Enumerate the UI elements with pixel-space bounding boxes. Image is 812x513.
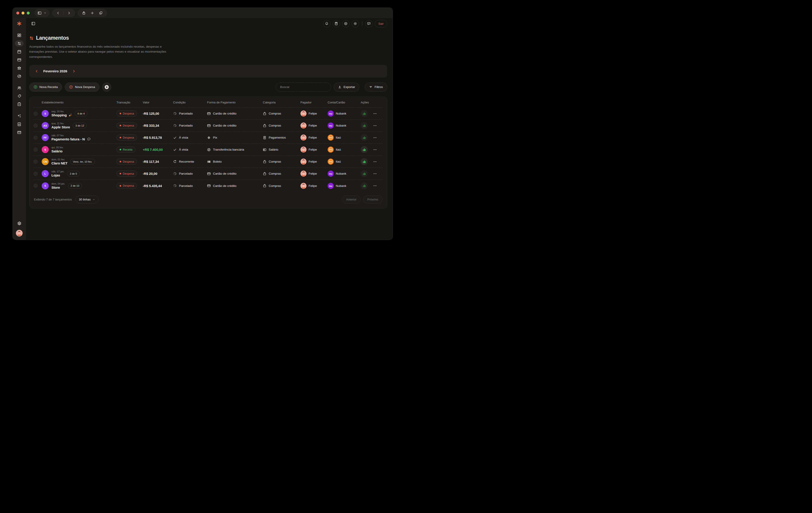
confirm-button[interactable] bbox=[361, 122, 368, 129]
confirm-button[interactable] bbox=[361, 158, 368, 165]
installment-badge: 2 de 5 bbox=[67, 171, 80, 177]
row-menu-button[interactable] bbox=[373, 112, 377, 115]
row-menu-button[interactable] bbox=[373, 136, 377, 139]
nav-back-button[interactable] bbox=[55, 11, 61, 15]
new-tab-icon[interactable] bbox=[89, 11, 95, 15]
table-row[interactable]: Lsáb, 17 jan.Lojas2 de 5Despesa-R$ 20,00… bbox=[33, 168, 383, 180]
category-cell: Compras bbox=[263, 160, 300, 163]
table-row[interactable]: Sdom, 04 jan.Store2 de 10Despesa-R$ 5.43… bbox=[33, 180, 383, 192]
row-checkbox[interactable] bbox=[33, 160, 38, 164]
sidebar-item-dashboard[interactable] bbox=[15, 32, 24, 38]
add-button[interactable] bbox=[102, 83, 111, 91]
row-checkbox[interactable] bbox=[33, 172, 38, 176]
transaction-date: dom, 01 fev. bbox=[52, 158, 67, 161]
confirm-button[interactable] bbox=[361, 170, 368, 177]
row-checkbox[interactable] bbox=[33, 112, 38, 116]
row-menu-button[interactable] bbox=[373, 148, 377, 152]
sidebar-item-report[interactable] bbox=[15, 121, 24, 127]
installment-badge: 2 de 10 bbox=[68, 183, 82, 189]
confirm-button[interactable] bbox=[361, 134, 368, 141]
sidebar-item-users[interactable] bbox=[15, 85, 24, 91]
share-icon[interactable] bbox=[81, 11, 87, 15]
sun-button[interactable] bbox=[352, 20, 359, 27]
table-row[interactable]: PFsáb, 07 fev.Pagamento fatura - NubankD… bbox=[33, 132, 383, 144]
sidebar-item-settings[interactable] bbox=[15, 220, 24, 226]
ellipsis-icon bbox=[373, 184, 377, 188]
user-avatar[interactable] bbox=[16, 230, 23, 237]
month-label: Fevereiro 2026 bbox=[43, 69, 67, 73]
confirm-button[interactable] bbox=[361, 146, 368, 153]
window-actions-pill bbox=[78, 9, 107, 17]
sidebar-item-sparkles[interactable] bbox=[15, 113, 24, 119]
panel-toggle-icon[interactable] bbox=[31, 22, 35, 26]
sidebar-item-transfers[interactable] bbox=[15, 40, 24, 47]
filters-button[interactable]: Filtros bbox=[365, 83, 387, 91]
close-window-button[interactable] bbox=[16, 11, 19, 15]
ellipsis-icon bbox=[373, 136, 377, 139]
sidebar-item-bank[interactable] bbox=[15, 65, 24, 71]
table-row[interactable]: Sseg, 16 fev.Shopping4 de 4Despesa-R$ 12… bbox=[33, 108, 383, 120]
payment-method-cell: Cartão de crédito bbox=[207, 184, 263, 188]
sidebar-item-credit-card[interactable] bbox=[15, 57, 24, 63]
thumb-up-icon bbox=[362, 148, 366, 152]
browser-titlebar bbox=[13, 8, 393, 18]
confirm-button[interactable] bbox=[361, 110, 368, 117]
rows-per-page-select[interactable]: 30 linhas bbox=[76, 196, 98, 204]
sidebar-toggle-pill[interactable] bbox=[35, 9, 49, 17]
calculator-button[interactable] bbox=[332, 20, 340, 27]
share-icon bbox=[82, 11, 86, 15]
table-row[interactable]: CNdom, 01 fev.Claro NETVenc. ter, 10 fev… bbox=[33, 156, 383, 168]
row-menu-button[interactable] bbox=[373, 124, 377, 128]
row-menu-button[interactable] bbox=[373, 172, 377, 176]
minimize-window-button[interactable] bbox=[22, 11, 25, 15]
row-checkbox[interactable] bbox=[33, 184, 38, 188]
row-checkbox[interactable] bbox=[33, 136, 38, 140]
prev-page-button[interactable]: Anterior bbox=[342, 195, 361, 204]
row-menu-button[interactable] bbox=[373, 160, 377, 163]
row-checkbox[interactable] bbox=[33, 124, 38, 128]
month-prev-button[interactable] bbox=[35, 70, 38, 73]
svg-text:itaú: itaú bbox=[329, 137, 332, 139]
search-input[interactable] bbox=[276, 83, 331, 91]
zoom-window-button[interactable] bbox=[27, 11, 30, 15]
credit-card-icon bbox=[207, 112, 211, 115]
sidebar-item-performance[interactable] bbox=[15, 73, 24, 79]
new-income-button[interactable]: Nova Receita bbox=[29, 83, 62, 91]
column-header: Pagador bbox=[300, 101, 328, 104]
logout-button[interactable]: Sair bbox=[375, 20, 387, 27]
shopping-bag-icon bbox=[263, 112, 266, 115]
month-next-button[interactable] bbox=[72, 70, 76, 73]
sidebar-item-card[interactable] bbox=[15, 129, 24, 135]
nav-forward-button[interactable] bbox=[66, 11, 72, 15]
app-logo[interactable] bbox=[13, 18, 26, 29]
download-icon bbox=[338, 85, 342, 89]
record-button[interactable] bbox=[342, 20, 350, 27]
transaction-value: -R$ 117,34 bbox=[143, 160, 173, 163]
chevron-down-icon bbox=[44, 11, 47, 14]
nav-buttons-pill bbox=[52, 9, 75, 17]
column-header: Condição bbox=[173, 101, 207, 104]
table-row[interactable]: ASqua, 11 fev.Apple Store3 de 12Despesa-… bbox=[33, 120, 383, 132]
bell-button[interactable] bbox=[323, 20, 330, 27]
transaction-date: qua, 11 fev. bbox=[52, 122, 70, 125]
sidebar-item-tag[interactable] bbox=[15, 93, 24, 99]
condition-cell: À vista bbox=[173, 148, 207, 152]
check-icon bbox=[173, 136, 177, 139]
export-button[interactable]: Exportar bbox=[334, 83, 359, 91]
sidebar-item-clipboard[interactable] bbox=[15, 101, 24, 107]
row-menu-button[interactable] bbox=[373, 184, 377, 188]
row-checkbox[interactable] bbox=[33, 147, 38, 152]
confirm-button[interactable] bbox=[361, 182, 368, 189]
next-page-button[interactable]: Próximo bbox=[363, 195, 382, 204]
transaction-type-badge: Despesa bbox=[116, 183, 137, 189]
calculator-icon bbox=[335, 22, 338, 25]
chat-button[interactable] bbox=[365, 20, 373, 27]
nubank-logo: nu bbox=[328, 183, 334, 189]
sidebar-item-calendar[interactable] bbox=[15, 49, 24, 55]
account-cell: nuNubank bbox=[328, 123, 361, 129]
payment-method-cell: Transferência bancária bbox=[207, 148, 263, 152]
table-row[interactable]: Squi, 05 fev.SalárioReceita+R$ 7.400,00À… bbox=[33, 144, 383, 156]
new-expense-button[interactable]: Nova Despesa bbox=[65, 83, 99, 91]
party-icon bbox=[68, 113, 72, 117]
tabs-overview-icon[interactable] bbox=[98, 11, 104, 15]
